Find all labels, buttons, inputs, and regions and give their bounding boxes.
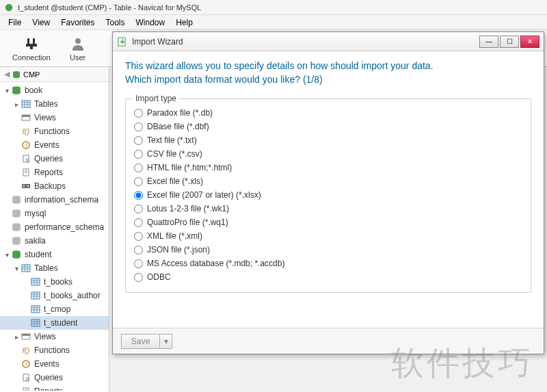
tree-item-label: t_cmop — [44, 304, 70, 314]
tree-item-queries[interactable]: Queries — [0, 371, 109, 384]
import-option-3[interactable]: CSV file (*.csv) — [134, 147, 522, 161]
user-button[interactable]: User — [63, 33, 93, 64]
import-radio-12[interactable] — [134, 273, 143, 282]
dbg-icon — [11, 222, 22, 233]
wizard-heading: This wizard allows you to specify detail… — [125, 60, 531, 86]
fn-icon: f() — [21, 126, 31, 137]
dbg-icon — [11, 208, 22, 219]
close-button[interactable]: ✕ — [520, 36, 539, 48]
import-radio-10[interactable] — [134, 246, 143, 254]
tree-item-backups[interactable]: Backups — [0, 179, 109, 193]
menu-help[interactable]: Help — [170, 16, 198, 29]
import-option-0[interactable]: Paradox file (*.db) — [134, 106, 522, 120]
import-option-label: HTML file (*.htm;*.html) — [147, 163, 232, 172]
import-option-label: XML file (*.xml) — [147, 231, 202, 241]
tree-item-t-cmop[interactable]: t_cmop — [0, 302, 109, 316]
import-option-5[interactable]: Excel file (*.xls) — [134, 174, 522, 188]
tree-item-tables[interactable]: ▸Tables — [0, 97, 109, 111]
save-dropdown-button[interactable]: ▾ — [160, 334, 172, 349]
minimize-button[interactable]: — — [479, 36, 498, 48]
import-radio-3[interactable] — [134, 150, 143, 159]
dialog-titlebar[interactable]: Import Wizard — ☐ ✕ — [113, 32, 544, 51]
import-radio-0[interactable] — [134, 109, 143, 118]
tree-item-events[interactable]: Events — [0, 138, 109, 152]
tbl-icon — [21, 263, 31, 274]
tree-item-t-student[interactable]: t_student — [0, 316, 109, 330]
chevron-left-icon[interactable]: ◀ — [4, 70, 10, 79]
tree-item-book[interactable]: ▾book — [0, 83, 109, 97]
tree-item-label: book — [25, 86, 42, 95]
svg-rect-59 — [31, 306, 40, 313]
tree-item-label: performance_schema — [25, 222, 104, 232]
menu-view[interactable]: View — [27, 16, 55, 29]
tree-item-queries[interactable]: Queries — [0, 152, 109, 166]
tree-item-views[interactable]: Views — [0, 111, 109, 125]
maximize-button[interactable]: ☐ — [500, 36, 519, 48]
expand-icon[interactable]: ▸ — [12, 333, 21, 341]
import-option-12[interactable]: ODBC — [134, 270, 522, 284]
expand-icon[interactable]: ▾ — [12, 265, 21, 272]
view-icon — [21, 112, 31, 123]
svg-point-27 — [23, 185, 25, 187]
menu-tools[interactable]: Tools — [101, 16, 131, 29]
tree-item-performance-schema[interactable]: performance_schema — [0, 220, 109, 234]
expand-icon[interactable]: ▾ — [3, 251, 11, 259]
import-option-11[interactable]: MS Access database (*.mdb; *.accdb) — [134, 257, 522, 270]
import-option-6[interactable]: Excel file (2007 or later) (*.xlsx) — [134, 188, 522, 202]
svg-point-11 — [12, 91, 21, 94]
save-button[interactable]: Save — [121, 334, 160, 349]
import-option-8[interactable]: QuattroPro file (*.wq1) — [134, 215, 522, 229]
import-option-4[interactable]: HTML file (*.htm;*.html) — [134, 161, 522, 174]
import-option-10[interactable]: JSON file (*.json) — [134, 243, 522, 257]
import-option-7[interactable]: Lotus 1-2-3 file (*.wk1) — [134, 202, 522, 215]
menu-file[interactable]: File — [3, 16, 27, 29]
tree-item-functions[interactable]: f()Functions — [0, 125, 109, 138]
tree-item-sakila[interactable]: sakila — [0, 234, 109, 248]
tree-item-t-books-author[interactable]: t_books_author — [0, 289, 109, 302]
import-radio-6[interactable] — [134, 191, 143, 200]
tree-item-functions[interactable]: f()Functions — [0, 343, 109, 357]
expand-icon[interactable]: ▸ — [12, 101, 21, 108]
import-radio-4[interactable] — [134, 164, 143, 172]
tree-item-label: Queries — [34, 373, 63, 382]
tree-item-information-schema[interactable]: information_schema — [0, 193, 109, 207]
chevron-down-icon: ▾ — [164, 337, 168, 346]
expand-icon[interactable]: ▾ — [3, 87, 11, 94]
tree-item-label: Views — [34, 332, 56, 341]
import-option-label: Paradox file (*.db) — [147, 108, 213, 118]
tree-item-label: t_books_author — [44, 291, 101, 300]
tree-item-label: Functions — [34, 345, 70, 355]
import-option-label: Excel file (2007 or later) (*.xlsx) — [147, 190, 261, 200]
import-type-label: Import type — [133, 94, 179, 103]
user-icon — [70, 36, 86, 52]
tree-item-reports[interactable]: Reports — [0, 166, 109, 179]
import-radio-8[interactable] — [134, 218, 143, 227]
tree-item-mysql[interactable]: mysql — [0, 207, 109, 220]
import-radio-11[interactable] — [134, 259, 143, 268]
tree-item-tables[interactable]: ▾Tables — [0, 261, 109, 275]
import-option-1[interactable]: DBase file (*.dbf) — [134, 120, 522, 133]
tree-item-t-books[interactable]: t_books — [0, 275, 109, 289]
import-option-9[interactable]: XML file (*.xml) — [134, 229, 522, 243]
tree-item-events[interactable]: Events — [0, 357, 109, 371]
import-radio-1[interactable] — [134, 122, 143, 131]
svg-rect-1 — [27, 38, 29, 44]
object-tree[interactable]: ▾book▸TablesViewsf()FunctionsEventsQueri… — [0, 82, 109, 391]
import-radio-7[interactable] — [134, 205, 143, 213]
import-radio-5[interactable] — [134, 177, 143, 186]
tree-item-label: information_schema — [25, 195, 98, 205]
import-option-2[interactable]: Text file (*.txt) — [134, 133, 522, 147]
menu-window[interactable]: Window — [131, 16, 171, 29]
tree-item-label: Views — [34, 113, 56, 122]
import-radio-2[interactable] — [134, 136, 143, 145]
fn-icon: f() — [21, 345, 31, 356]
breadcrumb[interactable]: ◀ CMP — [0, 67, 109, 82]
tree-item-label: student — [25, 250, 51, 259]
connection-button[interactable]: Connection — [5, 33, 57, 64]
svg-point-28 — [27, 185, 29, 187]
menu-favorites[interactable]: Favorites — [55, 16, 100, 29]
tree-item-views[interactable]: ▸Views — [0, 330, 109, 343]
tree-item-reports[interactable]: Reports — [0, 384, 109, 391]
tree-item-student[interactable]: ▾student — [0, 248, 109, 261]
import-radio-9[interactable] — [134, 232, 143, 241]
